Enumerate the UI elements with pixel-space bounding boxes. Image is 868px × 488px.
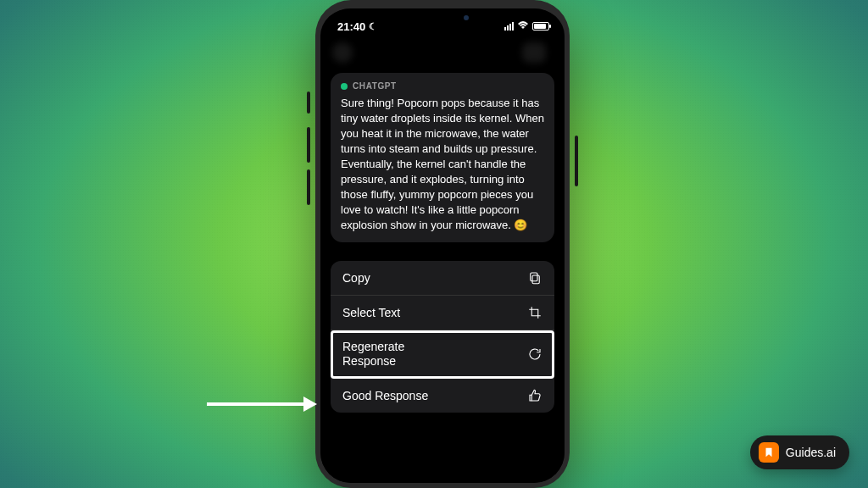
menu-item-regenerate[interactable]: Regenerate Response: [331, 330, 554, 379]
assistant-status-dot: [341, 83, 348, 90]
assistant-message-bubble[interactable]: CHATGPT Sure thing! Popcorn pops because…: [331, 73, 554, 242]
phone-frame: 21:40 ☾ CHATGPT Sure thing! Popcor: [315, 0, 570, 488]
do-not-disturb-icon: ☾: [369, 21, 377, 32]
phone-power-button: [575, 136, 578, 186]
context-menu: Copy Select Text Regenerate Response Goo…: [331, 261, 554, 413]
svg-rect-0: [532, 275, 539, 284]
assistant-sender-label: CHATGPT: [353, 81, 397, 91]
copy-icon: [527, 270, 542, 286]
menu-item-select-text[interactable]: Select Text: [331, 296, 554, 330]
menu-item-good-response-label: Good Response: [342, 389, 428, 403]
phone-notch: [387, 8, 498, 27]
svg-rect-1: [531, 273, 537, 281]
wifi-icon: [517, 20, 529, 32]
menu-item-good-response[interactable]: Good Response: [331, 379, 554, 413]
phone-mute-switch: [307, 92, 310, 114]
thumbs-up-icon: [527, 388, 542, 403]
crop-icon: [527, 305, 542, 320]
branding-badge[interactable]: Guides.ai: [750, 435, 849, 469]
menu-item-copy-label: Copy: [342, 271, 370, 286]
menu-item-regenerate-label: Regenerate Response: [342, 340, 404, 369]
phone-screen: 21:40 ☾ CHATGPT Sure thing! Popcor: [320, 8, 565, 483]
phone-volume-down: [307, 169, 310, 205]
cellular-signal-icon: [504, 22, 514, 30]
branding-label: Guides.ai: [786, 446, 836, 459]
phone-volume-up: [307, 127, 310, 163]
status-time: 21:40: [337, 20, 365, 33]
battery-icon: [532, 22, 549, 30]
menu-item-copy[interactable]: Copy: [331, 261, 554, 296]
refresh-icon: [527, 347, 542, 362]
assistant-message-text: Sure thing! Popcorn pops because it has …: [341, 96, 544, 232]
blurred-header: [320, 39, 565, 68]
callout-arrow: [207, 400, 317, 408]
bookmark-icon: [759, 442, 779, 463]
menu-item-select-text-label: Select Text: [342, 306, 400, 320]
